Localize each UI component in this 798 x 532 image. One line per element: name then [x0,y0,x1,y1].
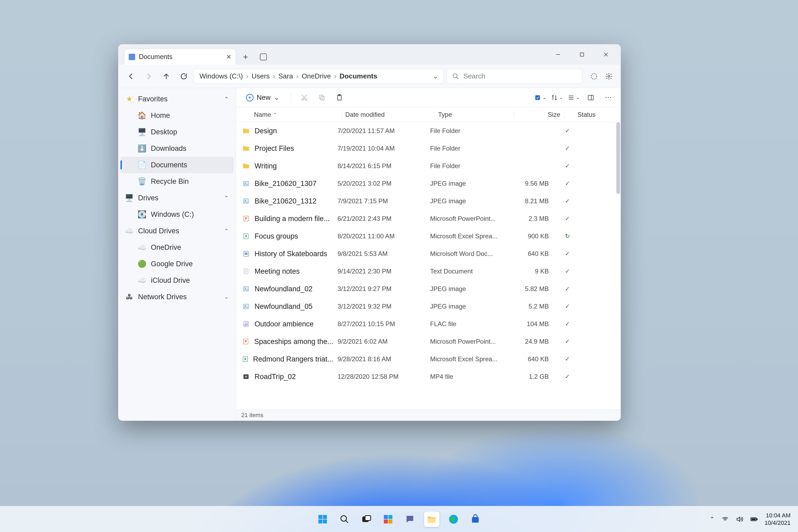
crumb-1[interactable]: Users [252,72,270,80]
file-row[interactable]: PBuilding a modern file...6/21/2021 2:43… [236,210,616,227]
sidebar-item-windows-c-[interactable]: 💽Windows (C:) [120,206,233,223]
col-date[interactable]: Date modified [345,111,431,118]
tab-overview-button[interactable] [260,54,267,60]
taskbar-center-icons [315,512,483,527]
sidebar-item-desktop[interactable]: 🖥️Desktop [120,124,233,140]
file-status: ✓ [549,215,586,222]
tab-close-button[interactable]: ✕ [226,54,231,60]
file-type: MP4 file [430,373,506,380]
tray-overflow-button[interactable]: ⌃ [710,516,715,523]
crumb-0[interactable]: Windows (C:\) [200,72,243,80]
sidebar-item-google-drive[interactable]: 🟢Google Drive [120,255,233,272]
svg-point-38 [246,324,247,325]
command-bar: + New ⌄ ⌄ ⌄ ⌄ ⋯ [236,88,621,107]
sort-button[interactable]: ⌄ [551,94,563,101]
wifi-icon[interactable] [721,515,729,523]
crumb-2[interactable]: Sara [279,72,293,80]
crumb-4[interactable]: Documents [340,72,377,80]
file-row[interactable]: PSpaceships among the...9/2/2021 6:02 AM… [236,333,616,350]
svg-point-6 [302,98,304,100]
maximize-button[interactable] [570,47,594,62]
edge-button[interactable] [446,512,461,527]
back-button[interactable] [124,69,138,84]
col-status[interactable]: Status [568,111,605,118]
system-tray[interactable]: ⌃ 10:04 AM 10/4/2021 [710,506,791,532]
file-name: Spaceships among the... [254,338,333,346]
chevron-up-icon[interactable]: ⌃ [224,195,229,201]
paste-button[interactable] [333,91,346,104]
sidebar-group-network[interactable]: 🖧 Network Drives ⌄ [120,289,233,305]
file-name: Bike_210620_1307 [254,179,317,188]
taskbar-search-button[interactable] [337,512,352,527]
sidebar-group-cloud[interactable]: ☁️ Cloud Drives ⌃ [120,223,233,239]
volume-icon[interactable] [736,515,743,523]
sidebar-group-drives[interactable]: 🖥️ Drives ⌃ [120,190,233,206]
select-mode-button[interactable]: ⌄ [534,94,546,101]
col-size[interactable]: Size [518,111,560,118]
cloud-icon: ☁️ [125,227,133,235]
svg-rect-56 [428,518,436,523]
col-name[interactable]: Name⌃ [242,111,338,118]
chevron-up-icon[interactable]: ⌃ [224,228,229,234]
scrollbar-thumb[interactable] [616,122,620,194]
search-box[interactable]: Search [446,69,582,84]
file-row[interactable]: Writing8/14/2021 6:15 PMFile Folder✓ [236,157,616,175]
file-row[interactable]: Design7/20/2021 11:57 AMFile Folder✓ [236,122,616,140]
breadcrumb-dropdown[interactable]: ⌄ [433,72,438,80]
sidebar-item-icloud-drive[interactable]: ☁️iCloud Drive [120,272,233,289]
taskbar[interactable]: ⌃ 10:04 AM 10/4/2021 [0,506,798,532]
widgets-button[interactable] [380,512,396,527]
sidebar-item-documents[interactable]: 📄Documents [120,157,233,173]
sidebar-item-onedrive[interactable]: ☁️OneDrive [120,239,233,255]
file-row[interactable]: Bike_210620_13127/9/2021 7:15 PMJPEG ima… [236,192,616,210]
view-button[interactable]: ⌄ [568,94,580,101]
file-row[interactable]: WHistory of Skateboards9/8/2021 5:53 AMM… [236,245,616,263]
forward-button[interactable] [141,69,156,84]
chevron-up-icon[interactable]: ⌃ [224,96,229,102]
cut-button[interactable] [298,91,311,104]
file-rows[interactable]: Design7/20/2021 11:57 AMFile Folder✓Proj… [236,122,621,410]
file-row[interactable]: Bike_210620_13075/20/2021 3:02 PMJPEG im… [236,175,616,192]
chevron-down-icon[interactable]: ⌄ [224,294,229,300]
refresh-button[interactable] [176,69,191,84]
file-explorer-button[interactable] [424,512,439,527]
copy-button[interactable] [316,91,328,104]
up-button[interactable] [159,69,174,84]
column-headers[interactable]: Name⌃ Date modified Type Size Status [236,107,621,122]
tab-documents[interactable]: Documents ✕ [124,49,236,65]
file-row[interactable]: XRedmond Rangers triat...9/28/2021 8:16 … [236,350,616,368]
sidebar-item-home[interactable]: 🏠Home [120,107,233,124]
crumb-3[interactable]: OneDrive [302,72,331,80]
settings-button[interactable] [603,70,615,83]
svg-point-2 [453,74,457,78]
file-row[interactable]: Meeting notes9/14/2021 2:30 PMText Docum… [236,263,616,280]
sidebar-group-favorites[interactable]: ★ Favorites ⌃ [120,91,233,107]
sidebar-item-downloads[interactable]: ⬇️Downloads [120,140,233,157]
details-pane-button[interactable] [584,91,597,104]
close-window-button[interactable] [594,47,618,62]
file-status: ↻ [549,233,586,240]
col-type[interactable]: Type [438,111,510,118]
breadcrumb[interactable]: Windows (C:\)› Users› Sara› OneDrive› Do… [194,69,444,84]
sidebar-item-recycle-bin[interactable]: 🗑️Recycle Bin [120,173,233,190]
file-row[interactable]: Newfoundland_053/12/2021 9:32 PMJPEG ima… [236,298,616,315]
task-view-button[interactable] [359,512,374,527]
more-button[interactable]: ⋯ [602,91,615,104]
file-row[interactable]: Newfoundland_023/12/2021 9:27 PMJPEG ima… [236,280,616,298]
file-row[interactable]: XFocus groups8/20/2021 11:00 AMMicrosoft… [236,227,616,245]
battery-icon[interactable] [750,515,758,523]
file-row[interactable]: RoadTrip_0212/28/2020 12:58 PMMP4 file1.… [236,368,616,385]
new-tab-button[interactable]: ＋ [241,52,250,61]
chat-button[interactable] [402,512,418,527]
start-button[interactable] [315,512,330,527]
store-button[interactable] [468,512,483,527]
file-row[interactable]: Project Files7/19/2021 10:04 AMFile Fold… [236,140,616,157]
minimize-button[interactable] [546,47,570,62]
titlebar[interactable]: Documents ✕ ＋ [118,44,621,65]
new-button[interactable]: + New ⌄ [242,91,284,104]
file-row[interactable]: Outdoor ambience8/27/2021 10:15 PMFLAC f… [236,315,616,333]
svg-rect-61 [752,518,756,520]
svg-point-5 [608,75,610,77]
taskbar-clock[interactable]: 10:04 AM 10/4/2021 [764,512,791,527]
file-name: Bike_210620_1312 [254,197,317,205]
